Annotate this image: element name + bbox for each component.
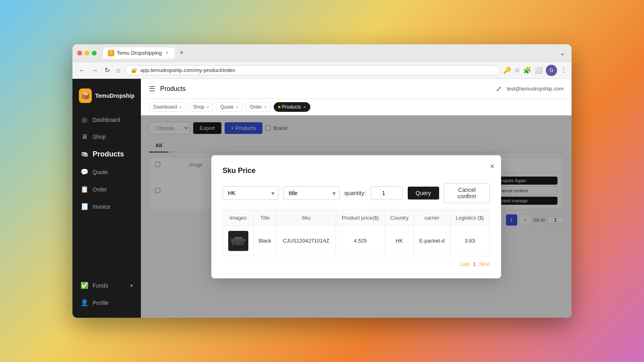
quantity-input[interactable] (371, 186, 403, 200)
reload-button[interactable]: ↻ (103, 65, 111, 76)
key-icon[interactable]: 🔑 (503, 66, 511, 74)
funds-icon: ✅ (80, 282, 89, 289)
breadcrumb-label: Dashboard (153, 104, 177, 110)
extensions-icon[interactable]: 🧩 (523, 66, 531, 74)
browser-tab[interactable]: T Temu Dropshipping × (103, 47, 175, 59)
page-title: Products (160, 85, 186, 93)
user-email: test@temudropship.com (507, 86, 564, 92)
sidebar-logo: 📦 TemuDropship (72, 85, 141, 111)
pagination-page: 1 (473, 261, 476, 267)
modal-product-country: HK (385, 226, 414, 256)
address-bar[interactable]: 🔐 app.temudropship.com/my-product/index (125, 65, 500, 75)
sidebar-item-label: Products (93, 150, 124, 158)
query-button[interactable]: Query (408, 187, 439, 200)
hamburger-icon[interactable]: ☰ (149, 84, 155, 93)
sidebar: 📦 TemuDropship ◎ Dashboard 🖥 Shop 🛍 Prod… (72, 79, 141, 318)
forward-button[interactable]: → (90, 65, 100, 76)
minimize-traffic-light[interactable] (85, 51, 89, 56)
modal-product-logistics: 3.63 (450, 226, 489, 256)
breadcrumb-label: Products (282, 104, 301, 110)
sidebar-item-label: Quote (93, 169, 108, 175)
country-select[interactable]: HK US (223, 186, 279, 200)
modal-col-logistics: Logistics ($) (450, 210, 489, 226)
sidebar-item-order[interactable]: 📋 Order (72, 181, 141, 198)
modal-form-row: HK US title quantity: Que (223, 183, 490, 203)
svg-rect-2 (244, 239, 246, 241)
home-button[interactable]: ⌂ (115, 65, 122, 76)
main-content: ☰ Products ⤢ test@temudropship.com Dashb… (141, 79, 572, 318)
close-icon[interactable]: × (180, 105, 182, 109)
breadcrumb-label: Shop (193, 104, 204, 110)
close-icon[interactable]: × (207, 105, 209, 109)
back-button[interactable]: ← (77, 65, 87, 76)
sidebar-item-products[interactable]: 🛍 Products (72, 145, 141, 163)
sidebar-item-funds[interactable]: ✅ Funds ▾ (72, 277, 141, 294)
country-select-wrapper: HK US (223, 186, 279, 200)
new-tab-button[interactable]: + (176, 47, 187, 59)
breadcrumb-dashboard[interactable]: Dashboard × (149, 102, 186, 112)
modal-close-button[interactable]: × (490, 162, 495, 171)
modal-title: Sku Price (223, 167, 490, 175)
close-icon[interactable]: × (303, 105, 306, 109)
breadcrumb-quote[interactable]: Quote × (216, 102, 243, 112)
sidebar-item-profile[interactable]: 👤 Profile (72, 294, 141, 311)
chrome-menu-icon[interactable]: ⋮ (560, 66, 567, 74)
tab-close-btn[interactable]: × (164, 50, 170, 56)
modal-table: Images Title Sku Product price($) Countr… (223, 210, 490, 256)
tab-title: Temu Dropshipping (117, 50, 162, 56)
quote-icon: 💬 (80, 168, 89, 176)
breadcrumb-bar: Dashboard × Shop × Quote × Order × Pr (141, 99, 572, 115)
sku-price-modal: Sku Price × HK US (211, 155, 501, 278)
title-select[interactable]: title (283, 186, 339, 200)
modal-col-country: Country (385, 210, 414, 226)
pagination-last[interactable]: Last (460, 261, 470, 267)
user-avatar[interactable]: G (546, 65, 557, 76)
sidebar-item-label: Dashboard (93, 117, 120, 123)
sidebar-item-label: Order (93, 186, 107, 193)
shop-icon: 🖥 (80, 133, 89, 140)
content-area: Choose... Export + Products Brand All (141, 115, 572, 318)
title-select-wrapper: title (283, 186, 339, 200)
breadcrumb-order[interactable]: Order × (245, 102, 271, 112)
browser-menu-btn[interactable]: ⌄ (558, 47, 567, 58)
maximize-traffic-light[interactable] (92, 51, 97, 56)
quantity-label: quantity: (345, 190, 366, 196)
modal-col-price: Product price($) (336, 210, 385, 226)
modal-product-price: 4.525 (336, 226, 385, 256)
sidebar-item-shop[interactable]: 🖥 Shop (72, 128, 141, 145)
modal-col-title: Title (254, 210, 277, 226)
chevron-down-icon: ▾ (130, 283, 133, 288)
breadcrumb-shop[interactable]: Shop × (189, 102, 214, 112)
svg-rect-0 (232, 239, 244, 245)
close-icon[interactable]: × (264, 105, 267, 109)
breadcrumb-label: Quote (220, 104, 233, 110)
cancel-confirm-modal-button[interactable]: Cancel confirm (444, 183, 490, 203)
modal-col-carrier: carrier (414, 210, 450, 226)
breadcrumb-products[interactable]: Products × (274, 102, 310, 112)
expand-icon[interactable]: ⤢ (496, 84, 502, 93)
sidebar-item-invoice[interactable]: 🧾 Invoice (72, 198, 141, 215)
profile-icon: 👤 (80, 299, 89, 306)
sidebar-item-label: Funds (93, 282, 108, 289)
order-icon: 📋 (80, 185, 89, 193)
bookmark-icon[interactable]: ☆ (514, 66, 520, 74)
svg-rect-1 (231, 239, 233, 241)
modal-overlay[interactable]: Sku Price × HK US (141, 115, 572, 318)
close-icon[interactable]: × (236, 105, 238, 109)
sidebar-item-quote[interactable]: 💬 Quote (72, 163, 141, 181)
logo-icon: 📦 (79, 88, 92, 103)
product-thumbnail (228, 231, 248, 251)
url-text: app.temudropship.com/my-product/index (140, 67, 494, 73)
pagination-next[interactable]: Next (479, 261, 490, 267)
active-dot (278, 106, 281, 108)
close-traffic-light[interactable] (77, 51, 82, 56)
svg-point-3 (234, 243, 236, 244)
modal-product-sku: CJUS120427101AZ (277, 226, 336, 256)
logo-text: TemuDropship (95, 93, 134, 99)
split-view-icon[interactable]: ⬜ (535, 66, 543, 74)
modal-col-images: Images (223, 210, 254, 226)
sidebar-item-label: Invoice (93, 204, 110, 210)
modal-pagination: Last 1 Next (223, 261, 490, 267)
modal-col-sku: Sku (277, 210, 336, 226)
sidebar-item-dashboard[interactable]: ◎ Dashboard (72, 111, 141, 128)
